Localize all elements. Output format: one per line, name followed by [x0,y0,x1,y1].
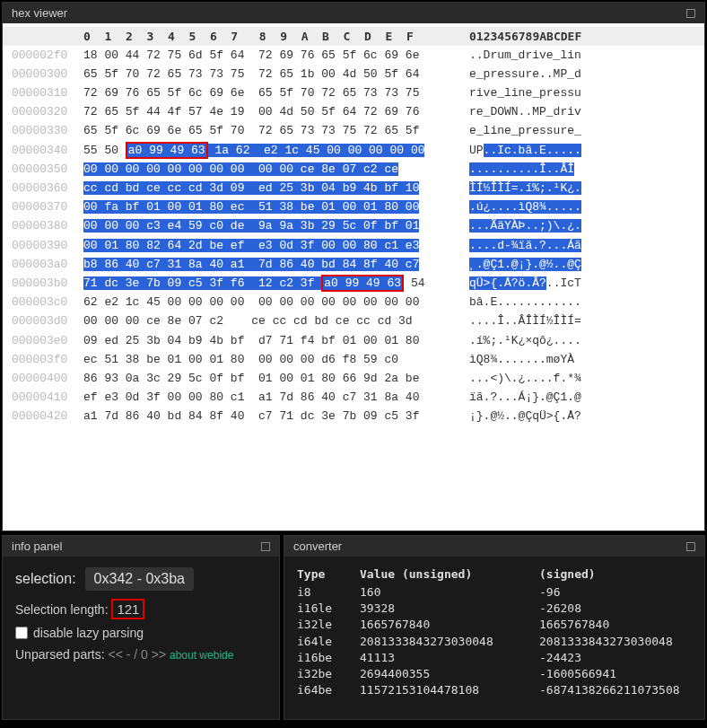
hex-bytes[interactable]: 55 50 a0 99 49 63 1a 62 e2 1c 45 00 00 0… [83,143,469,159]
hex-ascii[interactable]: ..Drum_drive_lin [469,48,631,64]
conv-unsigned: 11572153104478108 [360,682,539,698]
lazy-parsing-row[interactable]: disable lazy parsing [15,626,266,640]
hex-bytes[interactable]: 00 00 00 c3 e4 59 c0 de 9a 9a 3b 29 5c 0… [83,218,469,234]
panel-restore-icon[interactable] [686,542,695,551]
hex-row[interactable]: 0000031072 69 76 65 5f 6c 69 6e 65 5f 70… [3,84,704,103]
hex-address: 00000360 [3,180,83,197]
hex-row[interactable]: 0000037000 fa bf 01 00 01 80 ec 51 38 be… [3,198,704,217]
highlight-marker: a0 99 49 63 [126,142,208,159]
converter-row: i32le16657678401665767840 [297,617,692,633]
hex-bytes[interactable]: 00 00 00 00 00 00 00 00 00 00 ce 8e 07 c… [83,162,469,178]
unparsed-row: Unparsed parts: << - / 0 >> about webide [15,647,266,662]
selection-length-label: Selection length: [15,602,109,617]
hex-ascii[interactable]: ....Î..ÂÎÌÍ½ÎÌÍ= [469,313,631,329]
hex-bytes[interactable]: b8 86 40 c7 31 8a 40 a1 7d 86 40 bd 84 8… [83,257,469,273]
hex-address: 00000310 [3,85,83,101]
hex-row[interactable]: 00000420a1 7d 86 40 bd 84 8f 40 c7 71 dc… [3,408,704,426]
hex-bytes[interactable]: 00 fa bf 01 00 01 80 ec 51 38 be 01 00 0… [83,199,469,215]
hex-ascii[interactable]: ìQ8¾.......møYÀ [469,352,631,368]
hex-bytes[interactable]: 65 5f 70 72 65 73 73 75 72 65 1b 00 4d 5… [83,66,469,83]
hex-bytes[interactable]: 00 00 00 ce 8e 07 c2 ce cc cd bd ce cc c… [83,313,469,329]
hex-row[interactable]: 00000360cc cd bd ce cc cd 3d 09 ed 25 3b… [3,180,704,198]
hex-row[interactable]: 0000032072 65 5f 44 4f 57 4e 19 00 4d 50… [3,103,704,122]
hex-row[interactable]: 000003a0b8 86 40 c7 31 8a 40 a1 7d 86 40… [3,255,704,274]
converter-row: i8160-96 [297,584,692,601]
conv-type: i32le [297,617,360,633]
hex-row[interactable]: 0000033065 5f 6c 69 6e 65 5f 70 72 65 73… [3,122,704,141]
hex-bytes[interactable]: 72 69 76 65 5f 6c 69 6e 65 5f 70 72 65 7… [83,85,469,101]
hex-address: 00000330 [3,123,83,139]
hex-ascii[interactable]: bâ.E............ [469,294,631,311]
hex-address: 00000400 [3,371,83,387]
conv-unsigned: 1665767840 [360,617,539,633]
hex-row[interactable]: 0000034055 50 a0 99 49 63 1a 62 e2 1c 45… [3,141,704,160]
hex-bytes[interactable]: 62 e2 1c 45 00 00 00 00 00 00 00 00 00 0… [83,294,469,311]
hex-address: 000003a0 [3,257,83,273]
hex-address: 00000390 [3,238,83,254]
hex-row[interactable]: 000003c062 e2 1c 45 00 00 00 00 00 00 00… [3,294,704,312]
hex-bytes[interactable]: 09 ed 25 3b 04 b9 4b bf d7 71 f4 bf 01 0… [83,333,469,349]
hex-bytes[interactable]: ef e3 0d 3f 00 00 80 c1 a1 7d 86 40 c7 3… [83,390,469,406]
hex-ascii[interactable]: e_pressure..MP_d [469,66,631,83]
hex-address: 00000350 [3,162,83,178]
hex-address: 00000420 [3,408,83,425]
hex-ascii[interactable]: ..........Î..ÂÎ [469,162,631,178]
about-webide-link[interactable]: about webide [170,649,233,662]
conv-signed: 1665767840 [539,617,692,633]
hex-row[interactable]: 0000038000 00 00 c3 e4 59 c0 de 9a 9a 3b… [3,217,704,236]
hex-row[interactable]: 0000030065 5f 70 72 65 73 73 75 72 65 1b… [3,65,704,83]
hex-bytes[interactable]: 18 00 44 72 75 6d 5f 64 72 69 76 65 5f 6… [83,48,469,64]
hex-ascii[interactable]: ...ÃäYÀÞ..;)\.¿. [469,218,631,234]
hex-ascii[interactable]: qÜ>{.Å?ö.Â?..IcT [469,276,631,292]
hex-row[interactable]: 000003d000 00 00 ce 8e 07 c2 ce cc cd bd… [3,312,704,331]
hex-ascii[interactable]: ÌÍ½ÎÌÍ=.í%;.¹K¿. [469,180,631,197]
hex-row[interactable]: 00000410ef e3 0d 3f 00 00 80 c1 a1 7d 86… [3,389,704,408]
hex-bytes[interactable]: a1 7d 86 40 bd 84 8f 40 c7 71 dc 3e 7b 0… [83,408,469,425]
conv-type: i16be [297,650,360,666]
hex-bytes[interactable]: 72 65 5f 44 4f 57 4e 19 00 4d 50 5f 64 7… [83,104,469,120]
converter-title: converter [293,539,342,553]
hex-ascii[interactable]: ïã.?...Á¡}.@Ç1.@ [469,390,631,406]
conv-type: i64le [297,634,360,650]
hex-row[interactable]: 000002f018 00 44 72 75 6d 5f 64 72 69 76… [3,46,704,65]
hex-row[interactable]: 0000039000 01 80 82 64 2d be ef e3 0d 3f… [3,236,704,255]
hex-row[interactable]: 000003e009 ed 25 3b 04 b9 4b bf d7 71 f4… [3,331,704,350]
info-panel-title: info panel [12,539,62,553]
hex-ascii[interactable]: ...<)\.¿....f.*¾ [469,371,631,387]
hex-bytes[interactable]: 00 01 80 82 64 2d be ef e3 0d 3f 00 00 8… [83,238,469,254]
hex-body[interactable]: . 0 1 2 3 4 5 6 7 8 9 A B C D E F 012345… [3,23,704,528]
hex-row[interactable]: 000003f0ec 51 38 be 01 00 01 80 00 00 00… [3,350,704,369]
panel-restore-icon[interactable] [686,9,695,18]
hex-address: 00000300 [3,66,83,83]
conv-unsigned: 41113 [360,650,539,666]
hex-row[interactable]: 000003b071 dc 3e 7b 09 c5 3f f6 12 c2 3f… [3,274,704,293]
hex-address: 000003c0 [3,294,83,311]
converter-row: i16be41113-24423 [297,650,692,666]
conv-type: i32be [297,666,360,682]
hex-ascii[interactable]: ¸.@Ç1.@¡}.@½..@Ç [469,257,631,273]
hex-ascii[interactable]: ....d-¾ïã.?...Áã [469,238,631,254]
hex-ascii[interactable]: rive_line_pressu [469,85,631,101]
hex-bytes[interactable]: cc cd bd ce cc cd 3d 09 ed 25 3b 04 b9 4… [83,180,469,197]
hex-viewer-header: hex viewer [3,3,704,23]
hex-ascii[interactable]: UP..Ic.bâ.E..... [469,143,631,159]
unparsed-nav[interactable]: << - / 0 >> [109,647,167,662]
conv-unsigned: 39328 [360,601,539,617]
conv-signed: -1600566941 [539,666,692,682]
hex-bytes[interactable]: 86 93 0a 3c 29 5c 0f bf 01 00 01 80 66 9… [83,371,469,387]
hex-bytes[interactable]: 65 5f 6c 69 6e 65 5f 70 72 65 73 73 75 7… [83,123,469,139]
hex-row[interactable]: 0000035000 00 00 00 00 00 00 00 00 00 ce… [3,160,704,179]
hex-bytes[interactable]: 71 dc 3e 7b 09 c5 3f f6 12 c2 3f a0 99 4… [83,276,469,292]
lazy-parsing-label: disable lazy parsing [33,626,144,640]
hex-ascii[interactable]: ¡}.@½..@ÇqÜ>{.Å? [469,408,631,425]
hex-ascii[interactable]: re_DOWN..MP_driv [469,104,631,120]
hex-ascii[interactable]: e_line_pressure_ [469,123,631,139]
conv-unsigned: 2081333843273030048 [360,634,539,650]
hex-row[interactable]: 0000040086 93 0a 3c 29 5c 0f bf 01 00 01… [3,369,704,388]
conv-signed: 2081333843273030048 [539,634,692,650]
hex-ascii[interactable]: .í%;.¹K¿×qô¿.... [469,333,631,349]
panel-restore-icon[interactable] [261,542,270,551]
lazy-parsing-checkbox[interactable] [15,627,28,639]
hex-ascii[interactable]: .ú¿....ìQ8¾..... [469,199,631,215]
hex-bytes[interactable]: ec 51 38 be 01 00 01 80 00 00 00 d6 f8 5… [83,352,469,368]
